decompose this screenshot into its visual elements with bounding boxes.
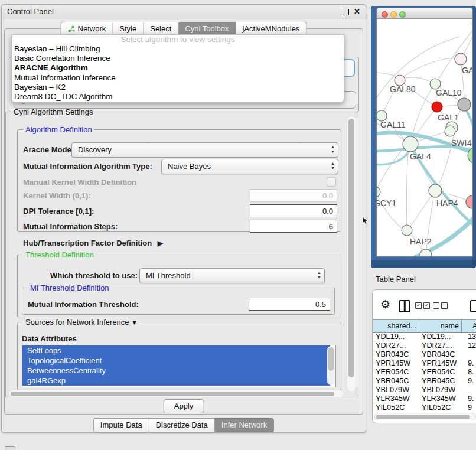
table-hscrollbar-thumb[interactable] xyxy=(376,415,470,419)
attribute-item-gal4rgexp[interactable]: gal4RGexp xyxy=(22,376,330,386)
deselect-checkbox-icon[interactable] xyxy=(433,302,439,309)
select-all-checkbox-icon[interactable]: ✓ xyxy=(415,302,422,309)
hub-definition-toggle[interactable]: Hub/Transcription Factor Definition ▶ xyxy=(23,239,163,247)
node-label: GAL xyxy=(462,66,472,75)
node-label-gal1: GAL1 xyxy=(438,113,459,122)
settings-hscrollbar-thumb[interactable] xyxy=(11,392,334,396)
column-header-shared[interactable]: shared... xyxy=(373,320,419,332)
close-icon[interactable]: ✕ xyxy=(354,7,360,17)
node-label-gal10: GAL10 xyxy=(436,88,462,97)
data-attributes-list[interactable]: SelfLoops TopologicalCoefficient Between… xyxy=(22,345,336,387)
aracne-mode-value: Discovery xyxy=(78,143,112,156)
network-node-gray[interactable] xyxy=(458,98,471,111)
tab-discretize-data[interactable]: Discretize Data xyxy=(149,418,215,432)
manual-kernel-checkbox[interactable] xyxy=(327,177,336,187)
network-node-gcy1[interactable] xyxy=(377,187,380,197)
table-row[interactable]: YDL19... YDL19... 13 xyxy=(373,332,476,341)
mi-steps-field[interactable]: 6 xyxy=(250,220,337,233)
mi-threshold-field[interactable]: 0.5 xyxy=(249,298,330,311)
dropdown-item-basic-correlation[interactable]: Basic Correlation Inference xyxy=(12,54,344,63)
window-edge-tick xyxy=(5,0,5,4)
table-row[interactable]: YPR145W YPR145W 9. xyxy=(373,359,476,368)
mi-type-label: Mutual Information Algorithm Type: xyxy=(23,162,152,171)
network-node-salmon[interactable] xyxy=(466,195,472,208)
which-threshold-combo[interactable]: MI Threshold ▲▼ xyxy=(139,268,325,283)
network-graph: GAL GAL80 GAL10 GAL1 GAL11 GAL4 SWI4 GCY… xyxy=(377,19,472,256)
panel-title: Control Panel xyxy=(7,5,54,19)
network-node-hap4[interactable] xyxy=(429,184,442,197)
network-node-gal4[interactable] xyxy=(403,136,418,152)
control-panel-window: Control Panel ✕ Network Style Select Cyn… xyxy=(1,4,366,433)
collapse-down-icon: ▼ xyxy=(131,319,138,326)
dropdown-item-bayesian-hill-climbing[interactable]: Bayesian – Hill Climbing xyxy=(12,44,344,54)
table-row[interactable]: YLR345W YLR345W 9. xyxy=(373,394,476,403)
table-row[interactable]: YIL052C YIL052C 9 xyxy=(373,403,476,410)
mi-type-combo[interactable]: Naive Bayes ▲▼ xyxy=(161,159,338,174)
settings-scrollbar-thumb[interactable] xyxy=(348,119,354,377)
float-window-icon[interactable] xyxy=(343,9,349,15)
dropdown-item-aracne[interactable]: ARACNE Algorithm xyxy=(12,63,344,73)
bottom-tabs: Impute Data Discretize Data Infer Networ… xyxy=(93,418,274,432)
combo-arrows-icon: ▲▼ xyxy=(317,270,321,280)
deselect-checkbox-icon[interactable] xyxy=(441,302,448,309)
dropdown-placeholder: Select algorithm to view settings xyxy=(12,35,344,44)
sources-legend[interactable]: Sources for Network Inference ▼ xyxy=(23,318,140,327)
panel-divider xyxy=(370,269,476,269)
network-node-swi4[interactable] xyxy=(445,126,455,136)
zoom-traffic-light-icon[interactable] xyxy=(399,11,406,18)
aracne-mode-combo[interactable]: Discovery ▲▼ xyxy=(71,142,338,158)
network-panel-bottom-shade xyxy=(371,260,475,268)
gear-icon[interactable]: ⚙ xyxy=(380,298,390,311)
select-all-checkbox-icon[interactable]: ✓ xyxy=(423,302,430,309)
table-row[interactable]: YBR043C YBR043C xyxy=(373,350,476,359)
attributes-scrollbar-thumb[interactable] xyxy=(328,347,334,371)
manual-kernel-label: Manual Kernel Width Definition xyxy=(23,178,136,187)
network-node-hap2[interactable] xyxy=(402,225,412,236)
mi-type-value: Naive Bayes xyxy=(168,159,211,173)
new-table-file-icon[interactable] xyxy=(470,300,476,312)
mi-steps-label: Mutual Information Steps: xyxy=(23,222,118,231)
dropdown-item-dream8[interactable]: Dream8 DC_TDC Algorithm xyxy=(12,92,344,102)
table-row[interactable]: YER054C YER054C 8. xyxy=(373,368,476,377)
column-header-partial[interactable]: A xyxy=(462,320,476,332)
table-horizontal-scrollbar[interactable] xyxy=(374,413,476,420)
expand-right-icon: ▶ xyxy=(158,239,163,247)
table-panel-window: ⚙ ✓ ✓ shared... name A YDL19... YDL19...… xyxy=(372,289,476,423)
table-row[interactable]: YBL079W YBL079W xyxy=(373,386,476,394)
node-label-hap2: HAP2 xyxy=(410,237,432,246)
combo-arrows-icon: ▲▼ xyxy=(331,145,335,154)
tab-infer-network[interactable]: Infer Network xyxy=(215,418,274,432)
algorithm-definition-legend: Algorithm Definition xyxy=(23,125,94,134)
apply-button[interactable]: Apply xyxy=(164,399,204,413)
mi-threshold-legend: MI Threshold Definition xyxy=(28,283,111,292)
tab-impute-data[interactable]: Impute Data xyxy=(93,418,149,432)
mouse-cursor xyxy=(362,217,369,226)
kernel-width-field[interactable]: 0.0 xyxy=(250,189,337,202)
network-icon xyxy=(68,25,76,34)
table-row[interactable]: YDR27... YDR27... 12 xyxy=(373,341,476,350)
column-header-name[interactable]: name xyxy=(419,320,462,332)
settings-vertical-scrollbar[interactable] xyxy=(347,116,356,392)
attribute-item-topologicalcoefficient[interactable]: TopologicalCoefficient xyxy=(22,356,330,366)
table-row[interactable]: YBR045C YBR045C 9. xyxy=(373,377,476,386)
node-label-gal80: GAL80 xyxy=(390,84,416,94)
dropdown-item-bayesian-k2[interactable]: Bayesian – K2 xyxy=(12,83,344,92)
attribute-item-betweennesscentrality[interactable]: BetweennessCentrality xyxy=(22,366,330,376)
node-label-gal4: GAL4 xyxy=(410,152,431,161)
collapsed-panel-stub[interactable] xyxy=(5,446,15,450)
data-attributes-label: Data Attributes xyxy=(22,334,77,343)
network-node-selected-red[interactable] xyxy=(432,102,442,112)
attribute-item-selfloops[interactable]: SelfLoops xyxy=(22,345,330,356)
close-traffic-light-icon[interactable] xyxy=(382,11,388,18)
aracne-mode-label: Aracne Mode: xyxy=(23,145,74,154)
table-body[interactable]: YDL19... YDL19... 13 YDR27... YDR27... 1… xyxy=(373,332,476,410)
dropdown-item-mutual-information[interactable]: Mutual Information Inference xyxy=(12,73,344,83)
column-layout-icon[interactable] xyxy=(399,300,410,312)
network-canvas[interactable]: GAL GAL80 GAL10 GAL1 GAL11 GAL4 SWI4 GCY… xyxy=(377,19,472,256)
minimize-traffic-light-icon[interactable] xyxy=(390,11,397,18)
control-panel-titlebar: Control Panel ✕ xyxy=(2,5,366,19)
attributes-scrollbar[interactable] xyxy=(327,346,335,385)
settings-horizontal-scrollbar[interactable] xyxy=(9,390,344,397)
network-node[interactable] xyxy=(455,53,467,65)
dpi-tolerance-field[interactable]: 0.0 xyxy=(250,204,337,217)
